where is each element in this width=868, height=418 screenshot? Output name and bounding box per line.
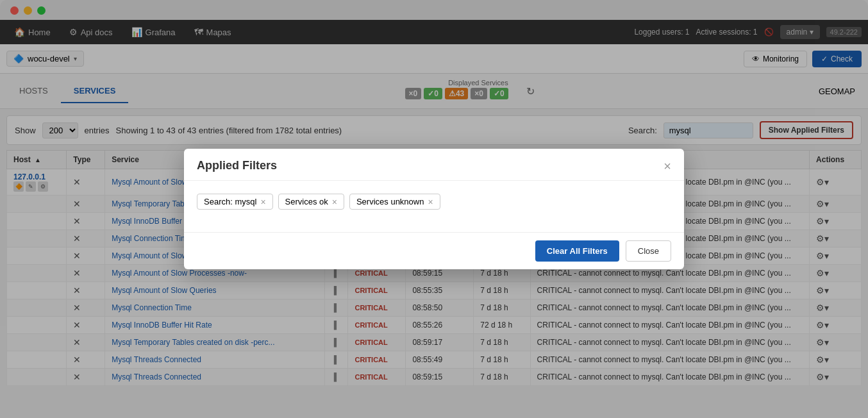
clear-all-filters-button[interactable]: Clear All Filters (535, 240, 619, 262)
filter-tag-remove-services-unknown[interactable]: × (428, 197, 433, 206)
modal-body: Search: mysql × Services ok × Services u… (184, 181, 684, 232)
modal-close-button[interactable]: × (664, 160, 671, 172)
applied-filters-modal: Applied Filters × Search: mysql × Servic… (184, 149, 684, 269)
clear-all-label: Clear All Filters (547, 246, 608, 256)
modal-header: Applied Filters × (184, 149, 684, 181)
filter-tag-remove-services-ok[interactable]: × (332, 197, 337, 206)
close-label: Close (638, 246, 659, 256)
filter-tag-label: Services unknown (356, 197, 424, 206)
filter-tags: Search: mysql × Services ok × Services u… (197, 194, 671, 210)
modal-overlay[interactable]: Applied Filters × Search: mysql × Servic… (0, 0, 868, 392)
close-modal-button[interactable]: Close (626, 240, 671, 262)
filter-tag-services-ok: Services ok × (278, 194, 344, 210)
filter-tag-services-unknown: Services unknown × (349, 194, 440, 210)
filter-tag-remove-search-mysql[interactable]: × (260, 197, 265, 206)
modal-title: Applied Filters (197, 159, 277, 172)
modal-footer: Clear All Filters Close (184, 232, 684, 269)
filter-tag-label: Services ok (285, 197, 328, 206)
filter-tag-label: Search: mysql (204, 197, 256, 206)
filter-tag-search-mysql: Search: mysql × (197, 194, 273, 210)
